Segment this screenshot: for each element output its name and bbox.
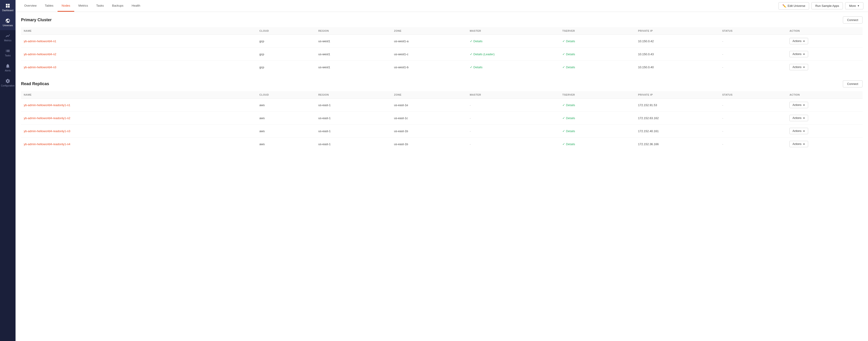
actions-label: Actions [793,39,801,43]
tserver-details-link[interactable]: ✓ Details [562,65,633,69]
check-icon: ✓ [562,129,565,133]
edit-universe-button[interactable]: ✏️ Edit Universe [778,2,809,9]
sidebar-item-tasks-label: Tasks [5,54,11,57]
rr-node-name-link[interactable]: yb-admin-helloworld4-readonly1-n4 [24,142,70,146]
node-zone-cell: us-west1-b [391,61,467,74]
tserver-details-link[interactable]: ✓ Details [562,129,633,133]
node-name-link[interactable]: yb-admin-helloworld4-n2 [24,53,56,56]
node-zone-cell: us-west1-c [391,48,467,61]
table-row: yb-admin-helloworld4-readonly1-n2 aws us… [21,112,863,125]
node-name-link[interactable]: yb-admin-helloworld4-n3 [24,66,56,69]
col-header-zone: ZONE [391,27,467,35]
tserver-details-link[interactable]: ✓ Details [562,116,633,120]
actions-button[interactable]: Actions ▼ [789,51,808,57]
col-header-master: MASTER [467,27,560,35]
more-label: More [849,4,856,7]
sidebar-item-configuration[interactable]: Configuration [0,75,16,91]
tab-backups[interactable]: Backups [108,0,127,12]
master-details-link[interactable]: ✓ Details [470,65,557,69]
more-button[interactable]: More ▼ [845,2,863,9]
master-dash: - [470,116,471,120]
sidebar-item-metrics-label: Metrics [4,39,11,42]
rr-node-name-link[interactable]: yb-admin-helloworld4-readonly1-n2 [24,116,70,120]
sidebar-item-universes[interactable]: Universes [0,15,16,30]
rr-node-cloud-cell: aws [257,125,316,138]
col-header-name: NAME [21,27,257,35]
universes-icon [5,18,10,23]
sidebar-item-metrics[interactable]: Metrics [0,30,16,45]
tserver-label: Details [566,66,575,69]
master-dash: - [470,142,471,146]
rr-node-zone-cell: us-east-1c [391,112,467,125]
rr-node-name-link[interactable]: yb-admin-helloworld4-readonly1-n1 [24,103,70,107]
tab-metrics[interactable]: Metrics [74,0,92,12]
actions-button[interactable]: Actions ▼ [789,64,808,70]
node-status-cell: - [719,61,787,74]
sidebar-item-tasks[interactable]: Tasks [0,45,16,60]
node-tserver-cell: ✓ Details [560,48,636,61]
sidebar-item-alerts[interactable]: Alerts [0,60,16,75]
node-master-cell: ✓ Details (Leader) [467,48,560,61]
sidebar: Dashboard Universes Metrics Tasks Alerts… [0,0,16,341]
pencil-icon: ✏️ [782,4,786,8]
node-name-link[interactable]: yb-admin-helloworld4-n1 [24,39,56,43]
rr-col-header-action: ACTION [787,91,863,99]
check-icon: ✓ [562,142,565,146]
actions-label: Actions [793,66,801,69]
table-row: yb-admin-helloworld4-readonly1-n4 aws us… [21,138,863,151]
tab-overview[interactable]: Overview [20,0,41,12]
rr-col-header-name: NAME [21,91,257,99]
primary-cluster-section: Primary Cluster Connect NAME CLOUD REGIO… [21,16,863,73]
rr-node-private-ip-cell: 172.152.36.166 [635,138,719,151]
sidebar-item-configuration-label: Configuration [1,84,14,87]
rr-node-name-link[interactable]: yb-admin-helloworld4-readonly1-n3 [24,129,70,133]
rr-actions-button[interactable]: Actions ▼ [789,102,808,108]
node-zone-cell: us-west1-a [391,35,467,48]
run-sample-apps-button[interactable]: Run Sample Apps [811,2,843,9]
tserver-details-link[interactable]: ✓ Details [562,142,633,146]
rr-col-header-zone: ZONE [391,91,467,99]
rr-node-master-cell: - [467,112,560,125]
actions-button[interactable]: Actions ▼ [789,38,808,44]
rr-actions-button[interactable]: Actions ▼ [789,141,808,147]
node-private-ip-cell: 10.150.0.43 [635,48,719,61]
master-dash: - [470,129,471,133]
master-details-link[interactable]: ✓ Details [470,39,557,43]
col-header-cloud: CLOUD [257,27,316,35]
rr-node-region-cell: us-east-1 [315,112,391,125]
tserver-details-link[interactable]: ✓ Details [562,39,633,43]
primary-cluster-connect-button[interactable]: Connect [843,16,863,24]
read-replicas-section: Read Replicas Connect NAME CLOUD REGION … [21,80,863,150]
node-action-cell: Actions ▼ [787,61,863,74]
tab-tasks[interactable]: Tasks [92,0,108,12]
rr-actions-button[interactable]: Actions ▼ [789,128,808,134]
primary-cluster-title: Primary Cluster [21,18,52,22]
tab-nodes[interactable]: Nodes [58,0,74,12]
rr-node-tserver-cell: ✓ Details [560,99,636,112]
tasks-icon [5,48,10,54]
primary-cluster-header: Primary Cluster Connect [21,16,863,24]
sidebar-item-dashboard[interactable]: Dashboard [0,0,16,15]
rr-node-action-cell: Actions ▼ [787,138,863,151]
rr-actions-button[interactable]: Actions ▼ [789,115,808,121]
sidebar-item-alerts-label: Alerts [5,69,11,72]
read-replicas-connect-button[interactable]: Connect [843,80,863,88]
node-cloud-cell: gcp [257,61,316,74]
rr-node-tserver-cell: ✓ Details [560,112,636,125]
tserver-details-link[interactable]: ✓ Details [562,52,633,56]
rr-node-action-cell: Actions ▼ [787,112,863,125]
tserver-label: Details [566,116,575,120]
rr-node-tserver-cell: ✓ Details [560,125,636,138]
rr-node-region-cell: us-east-1 [315,138,391,151]
tserver-details-link[interactable]: ✓ Details [562,103,633,107]
nav-tabs: Overview Tables Nodes Metrics Tasks Back… [20,0,144,12]
run-sample-apps-label: Run Sample Apps [815,4,839,7]
tab-health[interactable]: Health [127,0,144,12]
rr-node-status-cell: - [719,112,787,125]
sidebar-item-universes-label: Universes [3,24,13,27]
master-details-link[interactable]: ✓ Details (Leader) [470,52,557,56]
rr-node-zone-cell: us-east-1e [391,99,467,112]
tab-tables[interactable]: Tables [41,0,58,12]
tserver-label: Details [566,103,575,107]
col-header-private-ip: PRIVATE IP [635,27,719,35]
